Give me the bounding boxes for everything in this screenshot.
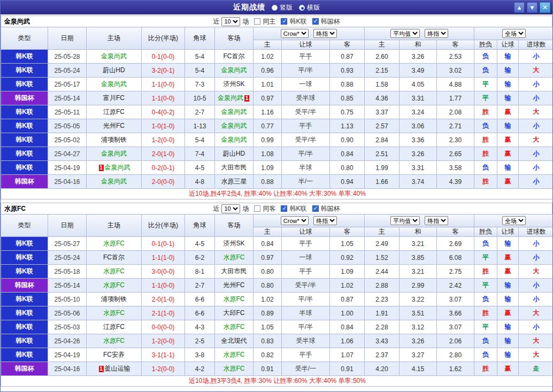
avg-draw-odds: 3.74 — [400, 175, 437, 189]
highlighted-team-link[interactable]: 水原FC — [103, 309, 125, 317]
match-row: 韩K联25-04-26水原FC1-2(0-0)2-5全北现代0.83受半球1.0… — [1, 334, 553, 348]
odds-final-select[interactable]: 终指 — [313, 216, 337, 225]
scroll-down-button[interactable]: ▼ — [527, 2, 537, 13]
match-score: 1-1(0-0) — [142, 91, 185, 105]
team-link[interactable]: 大田市民 — [221, 267, 247, 275]
korean-cup-checkbox[interactable] — [312, 205, 319, 212]
highlighted-team-link[interactable]: 水原FC — [103, 240, 125, 247]
team-link[interactable]: 全北现代 — [221, 337, 247, 344]
layout-horizontal-option[interactable]: 横版 — [299, 3, 320, 12]
team-link[interactable]: 济州SK — [223, 240, 244, 247]
avg-select[interactable]: 平均值 — [390, 29, 420, 38]
away-team-cell: 水原FC — [215, 348, 254, 362]
team-link[interactable]: 江原FC — [103, 323, 125, 330]
highlighted-team-link[interactable]: 金泉尚武 — [221, 122, 247, 129]
team-link[interactable]: FC安养 — [103, 351, 125, 358]
result-goals: 小 — [519, 119, 553, 133]
title-bar: 近期战绩 竖版 横版 ▲ ▼ ✕ — [1, 1, 552, 14]
same-home-checkbox[interactable] — [254, 18, 260, 25]
team-link[interactable]: 水原三星 — [221, 178, 247, 185]
highlighted-team-link[interactable]: 金泉尚武 — [101, 150, 127, 157]
highlighted-team-link[interactable]: 金泉尚武 — [221, 66, 247, 74]
corner-count: 2-7 — [185, 105, 215, 119]
match-score: 0-1(0-1) — [142, 237, 185, 251]
match-count-select[interactable]: 10 — [221, 17, 240, 26]
home-team-cell: 水原FC — [87, 334, 142, 348]
team-link[interactable]: 富川FC — [103, 94, 125, 102]
team-link[interactable]: 大田市民 — [221, 164, 247, 171]
same-home-label: 同主 — [263, 17, 275, 26]
odds-source-select[interactable]: Crow* — [281, 216, 309, 225]
highlighted-team-link[interactable]: 金泉尚武 — [101, 52, 127, 60]
team-link[interactable]: 釜山运输 — [105, 365, 130, 372]
full-match-select[interactable]: 全场 — [502, 216, 526, 225]
highlighted-team-link[interactable]: 金泉尚武 — [101, 80, 127, 88]
col-header-score: 比分(半场) — [142, 27, 185, 50]
match-score: 0-0(0-0) — [142, 320, 185, 334]
odds-handicap: 平手 — [282, 348, 330, 362]
avg-final-select[interactable]: 终指 — [425, 216, 448, 225]
col-header-home: 主场 — [87, 214, 142, 237]
same-away-checkbox[interactable] — [254, 205, 260, 212]
scroll-up-button[interactable]: ▲ — [514, 2, 525, 13]
odds-final-select[interactable]: 终指 — [313, 29, 337, 38]
avg-draw-odds: 2.99 — [400, 279, 437, 293]
odds-handicap: 平手 — [282, 50, 330, 64]
highlighted-team-link[interactable]: 水原FC — [103, 267, 125, 275]
avg-home-odds: 4.36 — [365, 91, 400, 105]
team-link[interactable]: FC首尔 — [224, 52, 245, 60]
red-card-badge: 1 — [99, 366, 104, 372]
full-match-select[interactable]: 全场 — [502, 29, 526, 38]
highlighted-team-link[interactable]: 水原FC — [224, 323, 245, 330]
odds-home: 0.84 — [254, 237, 282, 251]
highlighted-team-link[interactable]: 水原FC — [224, 351, 245, 358]
highlighted-team-link[interactable]: 水原FC — [224, 295, 245, 303]
odds-away: 0.84 — [330, 147, 365, 161]
odds-away: 0.85 — [330, 91, 365, 105]
odds-away: 0.88 — [330, 78, 365, 91]
highlighted-team-link[interactable]: 金泉尚武 — [221, 108, 247, 116]
avg-away-odds: 2.71 — [437, 119, 474, 133]
highlighted-team-link[interactable]: 金泉尚武 — [105, 164, 130, 171]
avg-select[interactable]: 平均值 — [390, 216, 420, 225]
highlighted-team-link[interactable]: 水原FC — [224, 365, 245, 372]
result-wdl: 平 — [474, 320, 497, 334]
close-button[interactable]: ✕ — [540, 2, 550, 13]
match-score: 2-0(0-0) — [142, 175, 185, 189]
match-score: 2-0(1-0) — [142, 293, 185, 306]
highlighted-team-link[interactable]: 金泉尚武 — [101, 178, 127, 185]
highlighted-team-link[interactable]: 金泉尚武 — [221, 136, 247, 143]
odds-handicap: 受平/半 — [282, 105, 330, 119]
avg-final-select[interactable]: 终指 — [425, 29, 448, 38]
match-date: 25-05-24 — [48, 251, 87, 265]
team-link[interactable]: 浦项制铁 — [101, 136, 127, 143]
k-league-checkbox[interactable] — [281, 18, 287, 25]
radio-selected-icon[interactable] — [299, 5, 305, 11]
highlighted-team-link[interactable]: 水原FC — [103, 337, 125, 344]
odds-handicap: 平手 — [282, 237, 330, 251]
radio-unselected-icon[interactable] — [272, 5, 278, 11]
match-score: 3-2(0-1) — [142, 64, 185, 78]
team-link[interactable]: 蔚山HD — [103, 66, 125, 74]
korean-cup-checkbox[interactable] — [312, 18, 319, 25]
team-link[interactable]: 光州FC — [103, 122, 125, 129]
avg-away-odds: 1.77 — [437, 91, 474, 105]
highlighted-team-link[interactable]: 水原FC — [224, 253, 245, 261]
col-header-date: 日期 — [48, 27, 87, 50]
team-link[interactable]: 蔚山HD — [223, 150, 245, 157]
team-link[interactable]: 大邱FC — [224, 309, 245, 317]
team-link[interactable]: 济州SK — [223, 80, 244, 88]
result-wdl: 平 — [474, 78, 497, 91]
team-block-1: 金泉尚武 近 10 场 同主 韩K联 韩国杯 类型 日期 主场 — [1, 16, 552, 199]
highlighted-team-link[interactable]: 水原FC — [103, 281, 125, 289]
team-link[interactable]: 江原FC — [103, 108, 125, 116]
team-link[interactable]: FC首尔 — [103, 253, 125, 261]
match-count-select[interactable]: 10 — [221, 204, 240, 213]
odds-source-select[interactable]: Crow* — [281, 29, 309, 38]
highlighted-team-link[interactable]: 金泉尚武 — [218, 94, 243, 102]
team-link[interactable]: 光州FC — [224, 281, 245, 289]
layout-vertical-option[interactable]: 竖版 — [272, 3, 293, 12]
team-link[interactable]: 浦项制铁 — [101, 295, 127, 303]
k-league-checkbox[interactable] — [281, 205, 287, 212]
avg-away-odds: 4.88 — [437, 78, 474, 91]
